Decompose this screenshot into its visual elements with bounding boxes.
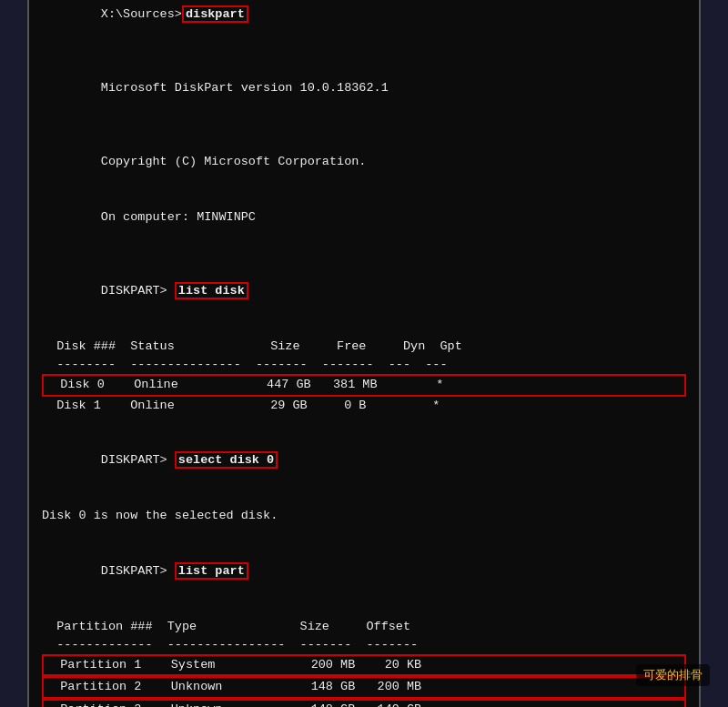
list-part-line: DISKPART> list part (42, 544, 686, 600)
version-line: Microsoft DiskPart version 10.0.18362.1 (42, 61, 686, 116)
watermark: 可爱的排骨 (636, 664, 710, 686)
disk-col-header: Disk ### Status Size Free Dyn Gpt (42, 338, 686, 356)
blank-line-9 (42, 599, 686, 617)
blank-line-6 (42, 415, 686, 433)
blank-line-5 (42, 319, 686, 338)
blank-line-8 (42, 525, 686, 543)
partition3-row: Partition 3 Unknown 148 GB 149 GB (42, 699, 686, 708)
blank-line-2 (42, 43, 686, 61)
blank-line-3 (42, 116, 686, 135)
terminal-window: C\ Administrator: X:\windows\system32\cm… (27, 0, 701, 707)
part-col-header: Partition ### Type Size Offset (42, 618, 686, 636)
list-disk-line: DISKPART> list disk (42, 264, 686, 319)
diskpart-cmd: diskpart (182, 5, 248, 23)
partition2-row: Partition 2 Unknown 148 GB 200 MB (42, 676, 686, 698)
terminal-body[interactable]: (c) 2019 Microsoft Corporation. All righ… (29, 0, 699, 707)
blank-line-7 (42, 489, 686, 507)
cmd-diskpart-line: X:\Sources>diskpart (42, 0, 686, 43)
partition1-row: Partition 1 System 200 MB 20 KB (42, 654, 686, 676)
outer-wrapper: C\ Administrator: X:\windows\system32\cm… (9, 13, 719, 695)
part-col-sep: ------------- ---------------- ------- -… (42, 636, 686, 654)
list-disk-cmd: list disk (175, 282, 248, 299)
blank-line-4 (42, 246, 686, 264)
list-part-cmd: list part (175, 562, 248, 580)
selected-disk-msg: Disk 0 is now the selected disk. (42, 507, 686, 525)
computer-line: On computer: MINWINPC (42, 190, 686, 246)
disk1-row: Disk 1 Online 29 GB 0 B * (42, 397, 686, 415)
disk-col-sep: -------- --------------- ------- -------… (42, 356, 686, 374)
disk0-row: Disk 0 Online 447 GB 381 MB * (42, 374, 686, 396)
select-disk-cmd: select disk 0 (175, 451, 278, 469)
copyright2-line: Copyright (C) Microsoft Corporation. (42, 135, 686, 190)
select-disk-line: DISKPART> select disk 0 (42, 433, 686, 489)
